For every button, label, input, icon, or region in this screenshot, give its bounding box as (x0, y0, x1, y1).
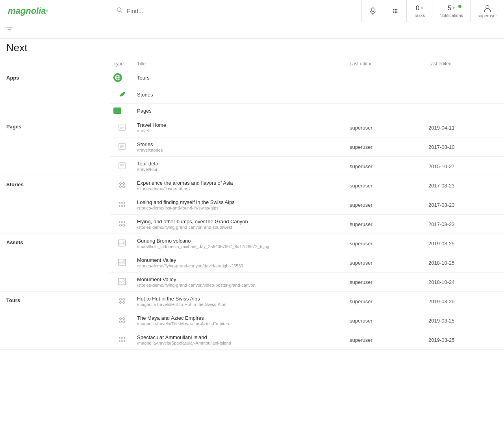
table-row[interactable]: Stories Experience the aromas and flavor… (0, 176, 504, 195)
title-cell: Travel Home/travel (134, 118, 346, 137)
svg-point-55 (120, 337, 122, 339)
svg-point-51 (120, 317, 122, 319)
story-icon (119, 297, 126, 304)
date-cell: 2019-03-25 (425, 292, 504, 311)
table-row[interactable]: Apps Tours (0, 69, 504, 86)
header-editor: Last editor (346, 59, 425, 69)
title-cell: Hut to Hut in the Swiss Alps/magnolia-tr… (134, 292, 346, 311)
title-cell: Flying, and other bumps, over the Grand … (134, 215, 346, 234)
row-title: The Maya and Aztec Empires (137, 315, 343, 321)
title-cell: The Maya and Aztec Empires/magnolia-trav… (134, 311, 346, 330)
row-title: Stories (137, 92, 343, 98)
editor-cell (346, 104, 425, 118)
date-cell (425, 104, 504, 118)
row-title: Tour detail (137, 161, 343, 167)
svg-point-57 (120, 340, 122, 342)
title-cell: Monument Valley/stories-demo/flying-gran… (134, 273, 346, 292)
editor-cell: superuser (346, 234, 425, 253)
section-cell-assets: Assets (0, 234, 110, 292)
editor-cell: superuser (346, 118, 425, 137)
table-row[interactable]: Assets Gunung Bromo volcano/tours/flickr… (0, 234, 504, 253)
svg-point-31 (120, 185, 122, 187)
tasks-button[interactable]: 0 ▾ Tasks (407, 0, 432, 22)
svg-point-30 (123, 182, 125, 184)
svg-point-8 (395, 10, 396, 11)
svg-point-4 (393, 9, 395, 10)
asset-icon (118, 259, 126, 266)
mic-button[interactable] (362, 0, 384, 22)
notifications-label: Notifications (439, 13, 463, 18)
editor-cell: superuser (346, 215, 425, 234)
table-header: Type Title Last editor Last edited (0, 59, 504, 69)
section-cell-tours: Tours (0, 292, 110, 350)
row-path: /travel (137, 128, 343, 133)
header-section (0, 59, 110, 69)
table-row[interactable]: Pages Travel Home/travelsuperuser2019-04… (0, 118, 504, 137)
date-cell (425, 69, 504, 86)
row-title: Pages (137, 108, 343, 114)
page-icon (118, 162, 126, 170)
editor-cell (346, 86, 425, 104)
svg-point-13 (486, 6, 489, 9)
svg-point-58 (123, 340, 125, 342)
date-cell: 2019-03-25 (425, 330, 504, 350)
row-path: /stories-demo/flying-grand-canyon/video-… (137, 283, 343, 287)
row-title: Flying, and other bumps, over the Grand … (137, 219, 343, 224)
svg-point-33 (120, 202, 122, 204)
user-label: superuser (478, 13, 497, 18)
editor-cell: superuser (346, 292, 425, 311)
table-row[interactable]: Tours Hut to Hut in the Swiss Alps/magno… (0, 292, 504, 311)
row-title: Stories (137, 141, 343, 147)
story-icon (119, 336, 126, 343)
row-path: /stories-demo/flying-grand-canyon/david-… (137, 263, 343, 268)
type-cell (110, 157, 134, 176)
svg-point-46 (123, 280, 124, 281)
type-cell (110, 118, 134, 137)
topbar-actions: 0 ▾ Tasks 5 ▾ Notifications superuser (362, 0, 504, 22)
date-cell: 2017-08-10 (425, 137, 504, 157)
section-cell-apps: Apps (0, 69, 110, 118)
date-cell: 2017-08-23 (425, 195, 504, 215)
svg-point-38 (123, 221, 125, 223)
date-cell: 2017-08-23 (425, 215, 504, 234)
tasks-chevron: ▾ (421, 6, 423, 10)
mic-icon (369, 7, 377, 15)
svg-point-47 (120, 298, 122, 300)
search-icon (117, 7, 123, 15)
title-cell: Pages (134, 104, 346, 118)
notifications-button[interactable]: 5 ▾ Notifications (432, 0, 471, 22)
row-title: Gunung Bromo volcano (137, 238, 343, 244)
filter-icon[interactable] (6, 27, 13, 33)
svg-point-40 (123, 224, 125, 226)
story-icon (119, 317, 126, 324)
row-title: Hut to Hut in the Swiss Alps (137, 296, 343, 302)
notification-dot (458, 5, 461, 8)
editor-cell: superuser (346, 253, 425, 273)
search-area[interactable] (110, 0, 362, 22)
page-icon (118, 143, 126, 150)
search-input[interactable] (127, 7, 355, 14)
grid-button[interactable] (384, 0, 407, 22)
type-cell (110, 104, 134, 118)
svg-point-48 (123, 298, 125, 300)
svg-point-50 (123, 301, 125, 303)
svg-point-9 (397, 10, 398, 11)
logo-area: magnolia® (0, 0, 110, 22)
row-path: /stories-demo/flavors-of-asia (137, 186, 343, 191)
user-button[interactable]: superuser (471, 0, 504, 22)
svg-rect-2 (372, 8, 374, 12)
svg-point-35 (120, 205, 122, 207)
editor-cell: superuser (346, 157, 425, 176)
date-cell (425, 86, 504, 104)
asset-icon (118, 278, 126, 285)
svg-point-34 (123, 202, 125, 204)
type-cell (110, 176, 134, 195)
tasks-label: Tasks (414, 13, 425, 18)
user-icon (483, 4, 492, 13)
results-table: Type Title Last editor Last edited Apps … (0, 59, 504, 350)
svg-point-37 (120, 221, 122, 223)
svg-point-5 (395, 9, 396, 10)
page-title: Next (0, 39, 504, 59)
row-path: /magnolia-travels/The-Maya-and-Aztec-Emp… (137, 321, 343, 326)
grid-icon (391, 7, 399, 15)
